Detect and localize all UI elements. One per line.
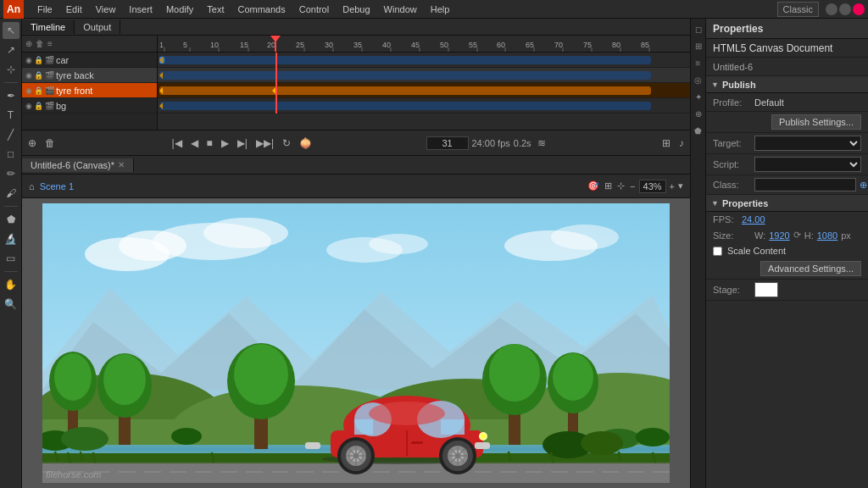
svg-rect-0: [158, 36, 690, 53]
hand-tool[interactable]: ✋: [3, 276, 19, 293]
canvas-close-btn[interactable]: ✕: [118, 160, 125, 169]
menu-help[interactable]: Help: [424, 3, 457, 16]
menu-file[interactable]: File: [31, 3, 59, 16]
ruler-svg: 1 5 10 15 20 25 30: [158, 36, 690, 53]
panel-icon-1[interactable]: ◻: [692, 22, 705, 36]
close-button[interactable]: [853, 3, 865, 15]
text-tool[interactable]: T: [3, 107, 19, 124]
fps-label: FPS:: [713, 214, 738, 225]
menu-view[interactable]: View: [89, 3, 123, 16]
menu-edit[interactable]: Edit: [59, 3, 89, 16]
canvas-tab-main[interactable]: Untitled-6 (Canvas)* ✕: [22, 158, 134, 172]
right-panel: ◻ ⊞ ≡ ◎ ✦ ⊕ ⬟ Properties HTML5 Canvas Do…: [690, 19, 868, 488]
tab-timeline[interactable]: Timeline: [22, 20, 75, 34]
minimize-button[interactable]: [826, 3, 837, 15]
zoom-dropdown-btn[interactable]: ▾: [678, 180, 683, 191]
props-triangle-icon: ▼: [711, 199, 719, 208]
onion-skin-btn[interactable]: 🧅: [297, 136, 314, 151]
layer-visibility-car[interactable]: ◉: [25, 56, 32, 64]
app-logo: An: [3, 0, 24, 19]
first-frame-btn[interactable]: |◀: [169, 136, 184, 151]
class-link-btn[interactable]: ⊕: [860, 180, 867, 191]
pencil-tool[interactable]: ✏: [3, 165, 19, 182]
new-layer-btn[interactable]: ⊕: [25, 39, 32, 48]
sound-btn[interactable]: ♪: [676, 136, 687, 151]
easing-btn[interactable]: ≋: [535, 136, 548, 151]
panel-icon-3[interactable]: ≡: [692, 56, 705, 69]
menu-insert[interactable]: Insert: [122, 3, 159, 16]
pen-tool[interactable]: ✒: [3, 87, 19, 104]
subselection-tool[interactable]: ↗: [3, 42, 19, 58]
play-btn[interactable]: ▶: [219, 136, 231, 151]
width-value[interactable]: 1920: [769, 230, 789, 241]
layer-row-bg[interactable]: ◉ 🔒 🎬 bg: [22, 98, 157, 114]
height-value[interactable]: 1080: [817, 230, 837, 241]
right-icon-strip: ◻ ⊞ ≡ ◎ ✦ ⊕ ⬟: [691, 19, 706, 488]
workspace-label[interactable]: Classic: [777, 2, 819, 17]
zoom-value[interactable]: 43%: [639, 180, 666, 193]
scale-content-checkbox[interactable]: [713, 247, 722, 256]
layer-lock-car[interactable]: 🔒: [34, 56, 43, 64]
stage-color-swatch[interactable]: [754, 282, 778, 297]
free-transform-tool[interactable]: ⊹: [3, 61, 19, 78]
line-tool[interactable]: ╱: [3, 126, 19, 143]
svg-point-82: [489, 344, 540, 402]
brush-tool[interactable]: 🖌: [3, 185, 19, 202]
scene-nav-btn[interactable]: ⌂: [29, 181, 35, 191]
rect-tool[interactable]: □: [3, 146, 19, 163]
snapping-btn[interactable]: ⊞: [659, 136, 673, 151]
menu-window[interactable]: Window: [377, 3, 424, 16]
layer-lock-tyrefront[interactable]: 🔒: [34, 86, 43, 95]
layer-row-tyrefront[interactable]: ◉ 🔒 🎬 tyre front: [22, 83, 157, 98]
menu-commands[interactable]: Commands: [231, 3, 292, 16]
panel-icon-5[interactable]: ✦: [692, 90, 705, 103]
zoom-out-btn[interactable]: −: [630, 181, 635, 191]
layer-visibility-tyreback[interactable]: ◉: [25, 71, 32, 80]
eraser-tool[interactable]: ▭: [3, 250, 19, 267]
layer-options-btn[interactable]: ≡: [47, 39, 53, 48]
layer-visibility-bg[interactable]: ◉: [25, 102, 32, 110]
publish-settings-button[interactable]: Publish Settings...: [771, 114, 861, 130]
panel-icon-6[interactable]: ⊕: [692, 107, 705, 120]
timeline-tabs: Timeline Output: [22, 19, 690, 36]
stop-btn[interactable]: ■: [204, 136, 215, 151]
sync-icon[interactable]: ⟳: [793, 230, 801, 241]
layer-lock-bg[interactable]: 🔒: [34, 102, 43, 110]
zoom-tool[interactable]: 🔍: [3, 296, 19, 313]
loop-btn[interactable]: ↻: [280, 136, 293, 151]
layer-visibility-tyrefront[interactable]: ◉: [25, 86, 32, 95]
target-dropdown[interactable]: [754, 136, 861, 151]
add-layer-btn[interactable]: ⊕: [25, 136, 39, 151]
prev-frame-btn[interactable]: ◀: [188, 136, 201, 151]
props-section-header[interactable]: ▼ Properties: [706, 195, 868, 212]
tab-output[interactable]: Output: [75, 20, 120, 34]
last-frame-btn[interactable]: ▶▶|: [253, 136, 276, 151]
menu-debug[interactable]: Debug: [336, 3, 376, 16]
menu-text[interactable]: Text: [200, 3, 231, 16]
panel-icon-7[interactable]: ⬟: [692, 124, 705, 137]
class-input[interactable]: [754, 178, 856, 191]
publish-section-header[interactable]: ▼ Publish: [706, 76, 868, 93]
svg-text:30: 30: [325, 41, 333, 49]
menu-modify[interactable]: Modify: [159, 3, 200, 16]
layer-row-car[interactable]: ◉ 🔒 🎬 car: [22, 53, 157, 68]
zoom-in-btn[interactable]: +: [670, 181, 675, 191]
scene-label[interactable]: Scene 1: [40, 181, 74, 191]
center-area: Timeline Output ⊕ 🗑 ≡ ◉ 🔒 🎬 car: [22, 19, 690, 488]
fps-value[interactable]: 24.00: [742, 214, 765, 225]
panel-icon-2[interactable]: ⊞: [692, 39, 705, 53]
menu-control[interactable]: Control: [292, 3, 336, 16]
layer-row-tyreback[interactable]: ◉ 🔒 🎬 tyre back: [22, 68, 157, 83]
paint-bucket-tool[interactable]: ⬟: [3, 211, 19, 228]
layer-lock-tyreback[interactable]: 🔒: [34, 71, 43, 80]
restore-button[interactable]: [839, 3, 851, 15]
script-dropdown[interactable]: [754, 157, 861, 172]
advanced-settings-button[interactable]: Advanced Settings...: [760, 261, 861, 276]
script-label: Script:: [713, 159, 751, 169]
delete-layer-btn[interactable]: 🗑: [36, 39, 44, 48]
selection-tool[interactable]: ↖: [3, 22, 19, 39]
next-frame-btn[interactable]: ▶|: [235, 136, 250, 151]
delete-layer-ctrl-btn[interactable]: 🗑: [42, 136, 58, 151]
eyedropper-tool[interactable]: 🔬: [3, 230, 19, 247]
panel-icon-4[interactable]: ◎: [692, 73, 705, 86]
